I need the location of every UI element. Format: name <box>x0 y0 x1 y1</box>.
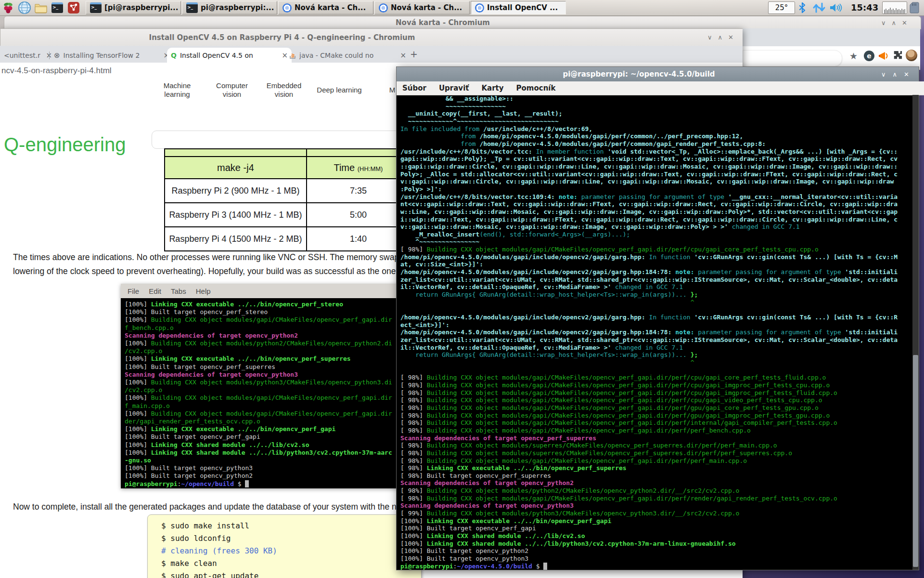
text-line: Scanning dependencies of target opencv_p… <box>125 371 410 379</box>
close-icon[interactable]: ✕ <box>728 34 739 41</box>
code-block: $ sudo make install$ sudo ldconfig# clea… <box>147 514 422 578</box>
text-line: il::VectorRef, cv::detail::OpaqueRef, cv… <box>400 283 915 291</box>
embedded-terminal-screenshot: File Edit Tabs Help [100%] Linking CXX e… <box>121 284 410 488</box>
site-logo[interactable]: Q-engineering <box>4 134 126 156</box>
background-window-titlebar[interactable]: Nová karta - Chromium ∨∧✕ <box>4 16 921 29</box>
megaphone-extension-icon[interactable] <box>878 52 890 60</box>
terminal-launcher-icon[interactable]: >_ <box>49 1 65 14</box>
text-line: && __assignable>:: <box>400 95 915 103</box>
nav-item-deep-learning[interactable]: Deep learning <box>313 86 366 94</box>
profile-avatar[interactable] <box>906 50 917 61</box>
tab-close-icon[interactable]: × <box>400 51 406 60</box>
menu-karty[interactable]: Karty <box>481 84 503 92</box>
cpu-monitor[interactable] <box>882 1 907 14</box>
file-manager-folder-icon[interactable] <box>33 1 49 14</box>
extensions-puzzle-icon[interactable] <box>893 51 902 60</box>
text-line: In file included from /usr/include/c++/8… <box>400 125 915 133</box>
menu-subor[interactable]: Súbor <box>402 84 426 92</box>
omnibox-end[interactable] <box>743 50 842 66</box>
minimize-icon[interactable]: ∨ <box>881 19 892 26</box>
taskbar-window-terminal-2[interactable]: >_ pi@raspberrypi:... <box>182 1 277 14</box>
minimize-icon[interactable]: ∨ <box>881 71 893 78</box>
text-line: [ 98%] Building CXX object modules/gapi/… <box>400 412 915 420</box>
cpu-temperature[interactable]: 25° <box>768 1 795 14</box>
background-window-controls[interactable]: ∨∧✕ <box>881 19 913 26</box>
terminal-icon: >_ <box>186 2 198 13</box>
tab-java-cmake[interactable]: java - CMake could no × <box>286 48 410 63</box>
extension-e-icon[interactable]: e <box>864 51 874 61</box>
browser-menu-icon[interactable]: ⋮ <box>920 50 924 59</box>
taskbar-window-terminal-1[interactable]: >_ [pi@raspberrypi... <box>86 1 181 14</box>
menu-tabs: Tabs <box>171 287 186 295</box>
new-tab-icon[interactable]: + <box>410 49 418 59</box>
nav-item-computer-vision[interactable]: Computer vision <box>208 81 256 99</box>
text-line: [100%] Built target opencv_python3 <box>400 555 915 563</box>
text-line: gapi::wip::draw::Poly}; _Tp = cv::util::… <box>400 155 915 163</box>
tab-favicon-q-engineering-icon: Q <box>171 52 177 59</box>
url-text[interactable]: ncv-4.5-on-raspberry-pi-4.html <box>1 66 112 76</box>
volume-icon[interactable] <box>830 3 844 13</box>
terminal-menubar: Súbor Upraviť Karty Pomocník <box>397 81 924 95</box>
browser-window-controls[interactable]: ∨∧✕ <box>707 34 739 41</box>
bookmark-star-icon[interactable]: ★ <box>849 51 858 61</box>
sd-card-eject-icon[interactable] <box>910 2 919 13</box>
text-line: /home/pi/opencv-4.5.0/modules/gapi/inclu… <box>400 328 915 336</box>
close-icon[interactable]: ✕ <box>904 71 916 78</box>
web-browser-globe-icon[interactable] <box>16 1 33 14</box>
tab-tensorflow[interactable]: ⊗ Installing TensorFlow 2 × <box>50 48 173 63</box>
table-header-time: Time (HH:MM) <box>307 157 410 179</box>
text-line: [ 99%] Building CXX object modules/pytho… <box>400 510 915 517</box>
clock[interactable]: 15:43 <box>851 2 878 13</box>
terminal-scrollbar-thumb[interactable] <box>913 355 918 567</box>
text-line: [ 98%] Built target opencv_perf_superres <box>400 472 915 480</box>
maximize-icon[interactable]: ∧ <box>893 71 904 78</box>
text-line: [100%] Building CXX object modules/gapi/… <box>125 394 410 402</box>
taskbar-window-chromium-2[interactable]: Nová karta - Ch... <box>374 1 470 14</box>
text-line: -gnu.so <box>125 457 410 464</box>
text-line: /usr/include/c++/8/bits/vector.tcc:109:4… <box>400 193 915 201</box>
text-line: _M_realloc_insert(end(), std::forward<_A… <box>400 231 915 238</box>
browser-titlebar[interactable]: Install OpenCV 4.5 on Raspberry Pi 4 - Q… <box>0 28 743 47</box>
text-line: Scanning dependencies of target opencv_p… <box>125 332 410 340</box>
text-line: Scanning dependencies of target opencv_p… <box>400 479 915 487</box>
menu-upravit[interactable]: Upraviť <box>439 84 469 92</box>
vnc-viewer-icon[interactable] <box>65 1 82 14</box>
bluetooth-icon[interactable] <box>799 2 806 13</box>
raspberry-menu-icon[interactable] <box>0 1 16 14</box>
terminal-title: pi@raspberrypi: ~/opencv-4.5.0/build <box>397 70 881 79</box>
maximize-icon[interactable]: ∧ <box>718 34 729 41</box>
minimize-icon[interactable]: ∨ <box>707 34 718 41</box>
background-window-tabstrip <box>743 28 920 46</box>
nav-item-embedded-vision[interactable]: Embedded vision <box>260 81 308 99</box>
taskbar-window-chromium-opencv[interactable]: Install OpenCV ... <box>471 1 566 14</box>
text-line: [100%] Built target opencv_python2 <box>400 547 915 555</box>
menu-pomocnik[interactable]: Pomocník <box>516 84 556 92</box>
paragraph-build-times: The times above are indications. No othe… <box>13 250 433 278</box>
text-line: [ 98%] Building CXX object modules/super… <box>400 449 915 457</box>
text-line: ^ <box>400 359 915 367</box>
browser-window-title: Install OpenCV 4.5 on Raspberry Pi 4 - Q… <box>111 33 453 42</box>
network-arrows-icon[interactable] <box>812 2 826 13</box>
terminal-window: pi@raspberrypi: ~/opencv-4.5.0/build ∨∧✕… <box>396 66 919 570</box>
text-line: at, cv::Size_<int>}]': <box>400 261 915 268</box>
nav-item-machine-learning[interactable]: Machine learning <box>153 81 201 99</box>
text-line: il::VectorRef, cv::detail::OpaqueRef, cv… <box>400 344 915 352</box>
tab-opencv-active[interactable]: Q Install OpenCV 4.5 on × <box>167 48 292 63</box>
text-line: [100%] Built target opencv_perf_gapi <box>400 525 915 532</box>
text-line: ect_<int>}]': <box>400 321 915 329</box>
background-window-title: Nová karta - Chromium <box>4 18 881 27</box>
text-line: f_bench.cpp.o <box>125 324 410 332</box>
tab-favicon-circle-x-icon: ⊗ <box>54 51 60 60</box>
terminal-window-controls[interactable]: ∨∧✕ <box>881 71 916 78</box>
close-icon[interactable]: ✕ <box>902 19 913 26</box>
terminal-titlebar[interactable]: pi@raspberrypi: ~/opencv-4.5.0/build ∨∧✕ <box>397 67 919 81</box>
maximize-icon[interactable]: ∧ <box>892 19 902 26</box>
text-line: return GRunArgs{ GRunArg(detail::wrap_ho… <box>400 291 915 299</box>
chromium-icon <box>282 3 292 13</box>
tab-unittest[interactable]: <unittest.r × <box>0 48 56 63</box>
chromium-icon <box>379 3 388 13</box>
text-line: [100%] Linking CXX executable ../../bin/… <box>125 425 410 433</box>
text-line: [100%] Linking CXX executable ../../bin/… <box>125 355 410 363</box>
text-line: pi@raspberrypi:~/opencv/build $ <box>125 480 410 488</box>
taskbar-window-chromium-1[interactable]: Nová karta - Ch... <box>278 1 373 14</box>
